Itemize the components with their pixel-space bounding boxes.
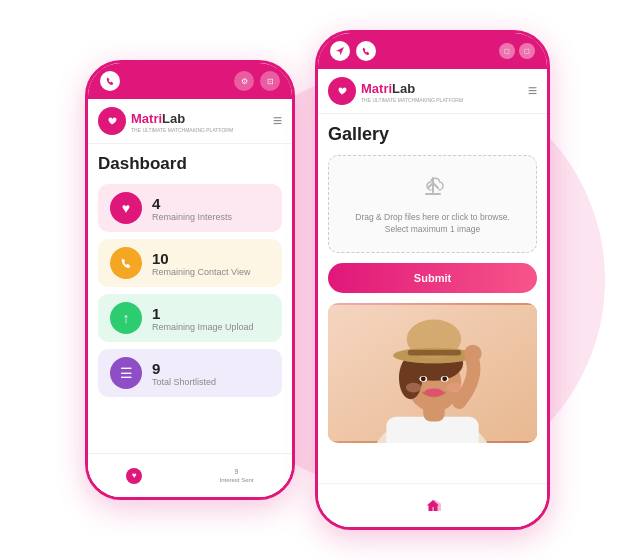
instagram-icon: ◻ — [499, 43, 515, 59]
facebook-icon: ◻ — [519, 43, 535, 59]
home-dot: ♥ — [126, 468, 142, 484]
top-icons-right-phone — [330, 41, 376, 61]
logo-tagline-left: THE ULTIMATE MATCHMAKING PLATFORM — [131, 127, 233, 133]
gallery-title: Gallery — [328, 124, 537, 145]
contact-number: 10 — [152, 250, 250, 267]
shortlist-number: 9 — [152, 360, 216, 377]
cloud-upload-icon — [339, 172, 526, 208]
stat-card-shortlisted: ☰ 9 Total Shortlisted — [98, 349, 282, 397]
contact-label: Remaining Contact View — [152, 267, 250, 277]
logo-icon-right — [328, 77, 356, 105]
phone-right: ◻ ◻ MatriLab THE ULTIMATE MATCHM — [315, 30, 550, 530]
send-icon-right — [330, 41, 350, 61]
shortlist-label: Total Shortlisted — [152, 377, 216, 387]
svg-point-18 — [406, 383, 422, 393]
interests-label: Remaining Interests — [152, 212, 232, 222]
phone-icon-left — [100, 71, 120, 91]
interests-number: 4 — [152, 195, 232, 212]
nav-home[interactable]: ♥ — [126, 468, 142, 484]
svg-point-8 — [399, 356, 422, 399]
hamburger-right[interactable]: ≡ — [528, 82, 537, 100]
bottom-nav-left: ♥ 9 Interest Sent — [88, 453, 292, 497]
upload-label: Remaining Image Upload — [152, 322, 254, 332]
phone-notch-left — [160, 63, 220, 81]
top-icons-left — [100, 71, 120, 91]
svg-point-17 — [424, 388, 443, 396]
phone-top-bar-right: ◻ ◻ — [318, 33, 547, 69]
interest-sent-label: Interest Sent — [219, 477, 253, 483]
interests-icon: ♥ — [110, 192, 142, 224]
gallery-content: Gallery Drag & Drop files here or click … — [318, 114, 547, 453]
phone-left: ⚙ ⊡ MatriLab THE ULTIMATE MATCHMAKING PL… — [85, 60, 295, 500]
nav-gallery-home[interactable] — [425, 498, 441, 514]
svg-point-20 — [464, 345, 481, 362]
submit-button[interactable]: Submit — [328, 263, 537, 293]
top-icons-right-right: ◻ ◻ — [499, 43, 535, 59]
stat-card-upload: ↑ 1 Remaining Image Upload — [98, 294, 282, 342]
upload-info: 1 Remaining Image Upload — [152, 305, 254, 332]
logo-tagline-right: THE ULTIMATE MATCHMAKING PLATFORM — [361, 97, 463, 103]
phone-screen-left: Dashboard ♥ 4 Remaining Interests — [88, 144, 292, 498]
phone-top-bar-left: ⚙ ⊡ — [88, 63, 292, 99]
hamburger-left[interactable]: ≡ — [273, 112, 282, 130]
shortlist-icon: ☰ — [110, 357, 142, 389]
gallery-image — [328, 303, 537, 443]
contact-icon — [110, 247, 142, 279]
share-icon-left: ⊡ — [260, 71, 280, 91]
logo-icon-left — [98, 107, 126, 135]
app-header-left: MatriLab THE ULTIMATE MATCHMAKING PLATFO… — [88, 99, 292, 144]
shortlist-info: 9 Total Shortlisted — [152, 360, 216, 387]
logo-area-left: MatriLab THE ULTIMATE MATCHMAKING PLATFO… — [98, 107, 233, 135]
settings-icon-left: ⚙ — [234, 71, 254, 91]
phones-container: ⚙ ⊡ MatriLab THE ULTIMATE MATCHMAKING PL… — [75, 20, 560, 540]
bottom-nav-right — [318, 483, 547, 527]
logo-text-right: MatriLab — [361, 81, 415, 96]
logo-text-left: MatriLab — [131, 111, 185, 126]
svg-rect-12 — [408, 349, 461, 355]
contact-info: 10 Remaining Contact View — [152, 250, 250, 277]
svg-point-15 — [421, 376, 426, 381]
logo-area-right: MatriLab THE ULTIMATE MATCHMAKING PLATFO… — [328, 77, 463, 105]
top-icons-right-left: ⚙ ⊡ — [234, 71, 280, 91]
upload-text: Drag & Drop files here or click to brows… — [339, 212, 526, 236]
interest-sent-number: 9 — [235, 468, 239, 475]
svg-point-16 — [442, 376, 447, 381]
stat-card-interests: ♥ 4 Remaining Interests — [98, 184, 282, 232]
upload-number: 1 — [152, 305, 254, 322]
dashboard-content: Dashboard ♥ 4 Remaining Interests — [88, 144, 292, 414]
app-header-right: MatriLab THE ULTIMATE MATCHMAKING PLATFO… — [318, 69, 547, 114]
nav-interest-sent[interactable]: 9 Interest Sent — [219, 468, 253, 483]
phone-icon-right — [356, 41, 376, 61]
upload-icon: ↑ — [110, 302, 142, 334]
dashboard-title: Dashboard — [98, 154, 282, 174]
upload-area[interactable]: Drag & Drop files here or click to brows… — [328, 155, 537, 253]
phone-screen-right: Gallery Drag & Drop files here or click … — [318, 114, 547, 528]
stat-card-contact: 10 Remaining Contact View — [98, 239, 282, 287]
phone-notch-right — [403, 33, 463, 51]
interests-info: 4 Remaining Interests — [152, 195, 232, 222]
